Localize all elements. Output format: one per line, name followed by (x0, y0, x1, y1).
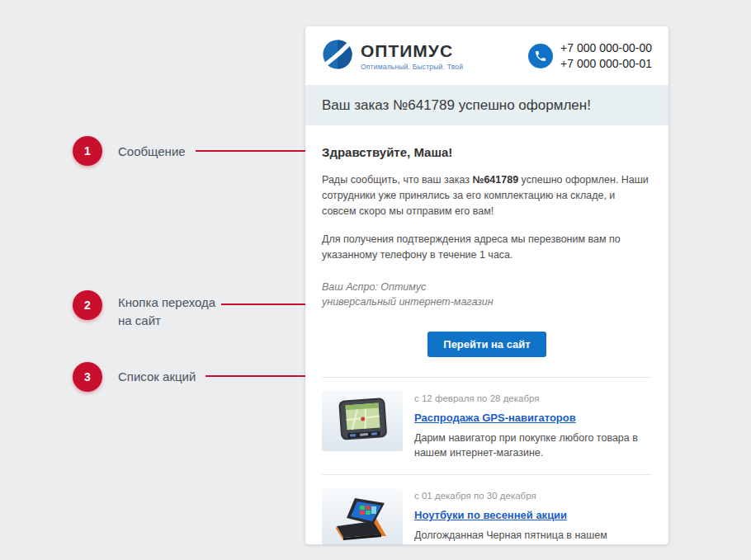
annotation-line-3 (205, 375, 312, 377)
promo-link-gps-sale[interactable]: Распродажа GPS-навигаторов (414, 412, 576, 424)
promo-description: Дарим навигатор при покупке любого товар… (414, 431, 652, 460)
go-to-site-button[interactable]: Перейти на сайт (427, 332, 546, 357)
annotation-line-1 (196, 150, 312, 152)
brand-tagline: Оптимальный. Быстрый. Твой (361, 63, 463, 71)
laptop-image[interactable] (322, 488, 403, 544)
paragraph-order-confirmation: Рады сообщить, что ваш заказ №641789 усп… (322, 172, 652, 219)
annotation-badge-2: 2 (73, 290, 102, 320)
annotation-badge-1: 1 (73, 136, 102, 166)
promo-link-laptops[interactable]: Ноутбуки по весенней акции (414, 509, 567, 521)
optimus-logo-icon (322, 39, 353, 73)
email-signature: Ваш Аспро: Оптимус универсальный интерне… (322, 280, 652, 309)
brand-logo: ОПТИМУС Оптимальный. Быстрый. Твой (322, 39, 463, 73)
phone-block: +7 000 000-00-00 +7 000 000-00-01 (528, 40, 652, 72)
phone-number-2[interactable]: +7 000 000-00-01 (560, 56, 652, 72)
annotation-number: 3 (84, 370, 91, 384)
signature-line-1: Ваш Аспро: Оптимус (322, 280, 652, 294)
annotation-number: 2 (84, 299, 91, 312)
paragraph-callback-notice: Для получения подтверждения адреса мы пе… (322, 232, 652, 263)
annotation-number: 1 (84, 144, 91, 158)
promo-date: с 01 декабря по 30 декабря (414, 491, 652, 501)
order-number: №641789 (472, 174, 518, 186)
email-subject-banner: Ваш заказ №641789 успешно оформлен! (305, 85, 668, 125)
annotation-label-message: Сообщение (118, 143, 186, 161)
promo-description: Долгожданная Черная пятница в нашем мага… (414, 528, 652, 544)
email-header: ОПТИМУС Оптимальный. Быстрый. Твой +7 00… (305, 26, 668, 85)
email-preview-card: ОПТИМУС Оптимальный. Быстрый. Твой +7 00… (305, 26, 668, 544)
annotation-label-promos: Список акций (118, 368, 196, 386)
paragraph-text: Рады сообщить, что ваш заказ (322, 174, 472, 186)
annotation-label-cta: Кнопка перехода на сайт (118, 294, 219, 330)
promo-item-gps: с 12 февраля по 28 декабря Распродажа GP… (322, 378, 652, 474)
phone-icon (528, 44, 553, 68)
subject-text: Ваш заказ №641789 успешно оформлен! (322, 97, 591, 114)
brand-name: ОПТИМУС (361, 41, 463, 61)
promo-date: с 12 февраля по 28 декабря (414, 393, 652, 403)
gps-navigator-image[interactable] (322, 391, 403, 451)
signature-line-2: универсальный интернет-магазин (322, 294, 652, 309)
greeting-text: Здравствуйте, Маша! (322, 145, 652, 159)
email-body: Здравствуйте, Маша! Рады сообщить, что в… (305, 125, 668, 544)
phone-number-1[interactable]: +7 000 000-00-00 (560, 40, 652, 56)
annotation-badge-3: 3 (73, 362, 102, 392)
promo-item-laptops: с 01 декабря по 30 декабря Ноутбуки по в… (322, 475, 652, 544)
